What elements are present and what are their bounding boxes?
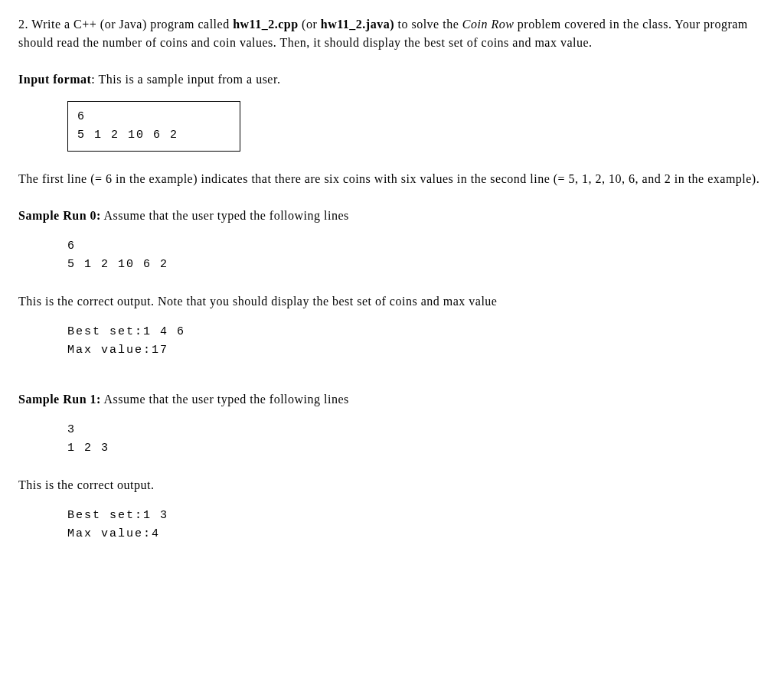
sample-run-1-input: 3 1 2 3 — [67, 421, 766, 458]
problem-number: 2. — [18, 18, 31, 31]
intro-text-2: (or — [299, 18, 321, 31]
input-format-box: 6 5 1 2 10 6 2 — [67, 101, 240, 152]
sample-run-1-heading: Sample Run 1: Assume that the user typed… — [18, 390, 766, 409]
sample-run-0-input: 6 5 1 2 10 6 2 — [67, 237, 766, 274]
intro-text-3: to solve the — [394, 18, 462, 31]
sample-0-input-line-1: 6 — [67, 237, 766, 256]
sample-run-1-output-intro: This is the correct output. — [18, 476, 766, 494]
sample-run-0-output: Best set:1 4 6 Max value:17 — [67, 323, 766, 360]
sample-run-0-text: Assume that the user typed the following… — [101, 209, 349, 222]
input-format-heading: Input format: This is a sample input fro… — [18, 70, 766, 89]
sample-0-output-line-2: Max value:17 — [67, 341, 766, 360]
sample-1-input-line-1: 3 — [67, 421, 766, 439]
problem-name: Coin Row — [462, 18, 514, 31]
sample-run-0-heading: Sample Run 0: Assume that the user typed… — [18, 207, 766, 225]
sample-run-1-output: Best set:1 3 Max value:4 — [67, 507, 766, 543]
sample-run-0-label: Sample Run 0: — [18, 209, 101, 222]
sample-1-input-line-2: 1 2 3 — [67, 439, 766, 458]
filename-1: hw11_2.cpp — [233, 18, 298, 31]
input-format-label: Input format — [18, 73, 91, 86]
sample-run-1-text: Assume that the user typed the following… — [101, 393, 349, 406]
problem-statement: 2. Write a C++ (or Java) program called … — [18, 15, 766, 52]
intro-text-1: Write a C++ (or Java) program called — [31, 18, 233, 31]
input-box-line-1: 6 — [77, 108, 230, 126]
sample-1-output-line-2: Max value:4 — [67, 525, 766, 543]
sample-0-input-line-2: 5 1 2 10 6 2 — [67, 256, 766, 274]
sample-run-0-output-intro: This is the correct output. Note that yo… — [18, 292, 766, 311]
input-format-text: : This is a sample input from a user. — [91, 73, 280, 86]
sample-run-1-label: Sample Run 1: — [18, 393, 101, 406]
explanation-text: The first line (= 6 in the example) indi… — [18, 170, 766, 188]
sample-0-output-line-1: Best set:1 4 6 — [67, 323, 766, 341]
filename-2: hw11_2.java) — [321, 18, 394, 31]
input-box-line-2: 5 1 2 10 6 2 — [77, 126, 230, 145]
sample-1-output-line-1: Best set:1 3 — [67, 507, 766, 525]
